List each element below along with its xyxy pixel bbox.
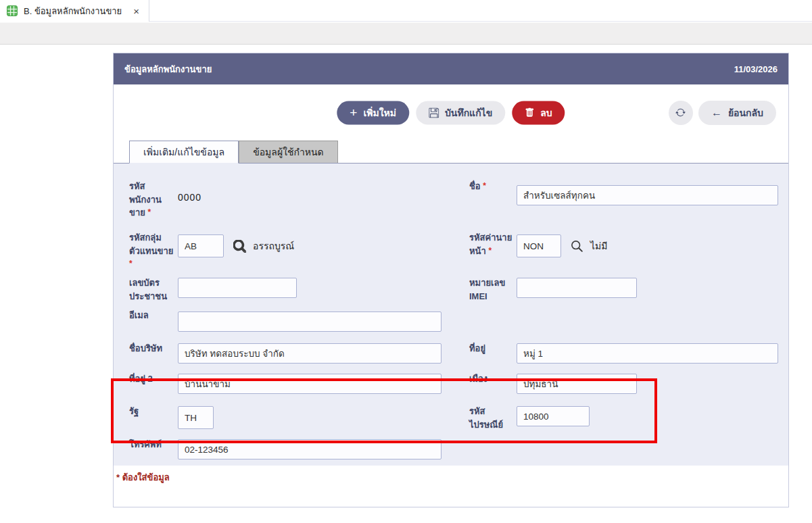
refresh-button[interactable] — [669, 101, 693, 125]
email-input[interactable] — [178, 312, 441, 332]
tab-close-icon[interactable]: × — [133, 6, 139, 16]
imei-label: หมายเลข IMEI — [469, 275, 514, 303]
delete-button[interactable]: ลบ — [512, 101, 565, 124]
sales-group-input[interactable] — [178, 234, 224, 257]
state-input[interactable] — [178, 406, 214, 429]
commission-input[interactable] — [517, 234, 561, 257]
tab-edit-data[interactable]: เพิ่มเติม/แก้ไขข้อมูล — [129, 141, 239, 164]
address2-label: ที่อยู่ 2 — [129, 371, 174, 386]
commission-lookup-text: ไม่มี — [590, 239, 608, 253]
phone-input[interactable] — [178, 439, 441, 459]
form-row: ที่อยู่ 2 เมือง — [114, 371, 788, 403]
address2-input[interactable] — [178, 374, 441, 394]
spreadsheet-icon — [7, 5, 18, 16]
id-card-input[interactable] — [178, 278, 297, 298]
phone-label: โทรศัพท์ — [129, 437, 174, 451]
refresh-icon — [675, 107, 686, 118]
form-tabs: เพิ่มเติม/แก้ไขข้อมูล ข้อมูลผู้ใช้กำหนด — [129, 141, 788, 163]
trash-icon — [525, 108, 534, 118]
sales-code-value: 0000 — [178, 178, 201, 203]
required-footnote: * ต้องใส่ข้อมูล — [114, 466, 788, 484]
save-edit-button[interactable]: บันทึกแก้ไข — [416, 101, 505, 124]
panel-header: ข้อมูลหลักพนักงานขาย 11/03/2026 — [114, 53, 788, 84]
form-row: โทรศัพท์ — [114, 437, 788, 466]
id-card-label: เลขบัตร​ประชาชน — [129, 275, 174, 303]
search-icon[interactable] — [571, 240, 583, 253]
sales-group-label: รหัสกลุ่ม​ตัวแทน​ขาย * — [129, 230, 174, 271]
form-row: รหัสกลุ่ม​ตัวแทน​ขาย * อรรถบูรณ์ รหัสค่า… — [114, 230, 788, 275]
form-row: ชื่อบริษัท ที่อยู่ — [114, 341, 788, 371]
city-input[interactable] — [517, 374, 637, 394]
back-arrow-icon: ← — [711, 107, 722, 118]
postcode-input[interactable] — [517, 406, 590, 426]
commission-label: รหัสค่า​นายหน้า * — [469, 230, 514, 257]
tab-user-defined[interactable]: ข้อมูลผู้ใช้กำหนด — [239, 141, 338, 163]
sales-code-label: รหัส​พนักงาน​ขาย * — [129, 178, 174, 220]
form-section: รหัส​พนักงาน​ขาย * 0000 ชื่อ * รหัสกลุ่ม… — [114, 163, 788, 466]
back-button[interactable]: ← ย้อนกลับ — [698, 101, 776, 125]
search-icon[interactable] — [233, 240, 246, 253]
address-input[interactable] — [517, 343, 778, 364]
browser-tab[interactable]: B. ข้อมูลหลักพนักงานขาย × — [0, 0, 149, 22]
salesperson-master-panel: ข้อมูลหลักพนักงานขาย 11/03/2026 + เพิ่มใ… — [113, 53, 789, 507]
city-label: เมือง — [469, 371, 514, 386]
name-label: ชื่อ * — [469, 178, 514, 193]
add-new-button[interactable]: + เพิ่มใหม่ — [337, 101, 409, 124]
form-row: รัฐ รหัส​ไปรษณีย์ — [114, 403, 788, 437]
form-row: อีเมล — [114, 307, 788, 341]
browser-tab-title: B. ข้อมูลหลักพนักงานขาย — [24, 4, 122, 18]
company-input[interactable] — [178, 343, 441, 364]
address-label: ที่อยู่ — [469, 341, 514, 355]
page-title: ข้อมูลหลักพนักงานขาย — [124, 62, 212, 76]
company-label: ชื่อบริษัท — [129, 341, 174, 355]
plus-icon: + — [350, 105, 357, 118]
sales-group-lookup-text: อรรถบูรณ์ — [253, 239, 294, 253]
browser-toolbar-strip — [0, 22, 812, 45]
action-toolbar: + เพิ่มใหม่ บันทึกแก้ไข ลบ — [114, 84, 788, 141]
imei-input[interactable] — [517, 278, 637, 298]
form-row: เลขบัตร​ประชาชน หมายเลข IMEI — [114, 275, 788, 307]
save-icon — [429, 107, 439, 118]
postcode-label: รหัส​ไปรษณีย์ — [469, 403, 514, 431]
email-label: อีเมล — [129, 307, 174, 322]
browser-tab-bar: B. ข้อมูลหลักพนักงานขาย × — [0, 0, 812, 22]
state-label: รัฐ — [129, 403, 174, 418]
header-date: 11/03/2026 — [734, 64, 778, 74]
name-input[interactable] — [517, 185, 778, 205]
form-row: รหัส​พนักงาน​ขาย * 0000 ชื่อ * — [114, 178, 788, 230]
